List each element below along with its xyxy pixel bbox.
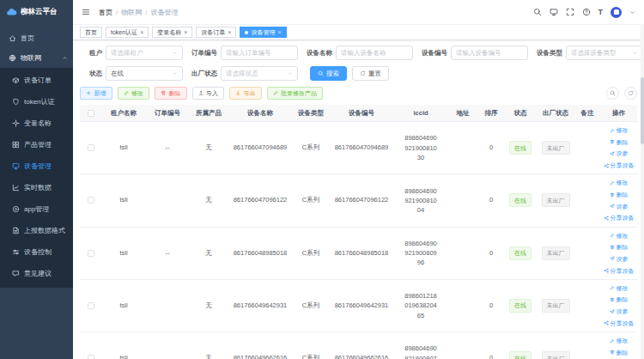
sidebar-item-home[interactable]: 首页 [0,28,73,48]
op-label: 分享设备 [611,266,635,276]
reset-button-label: 重置 [368,70,381,78]
export-button[interactable]: 导出 [229,87,262,100]
search-icon[interactable] [533,8,542,16]
edit-device-link[interactable]: 修改 [610,125,629,135]
filter-input[interactable] [451,46,528,60]
edit-device-link[interactable]: 修改 [610,178,629,187]
font-size-icon[interactable]: T [598,9,604,16]
batch-edit-product-button[interactable]: 批量修改产品 [267,87,324,100]
sidebar-item-0[interactable]: 设备订单 [0,70,73,91]
sidebar-item-6[interactable]: app管理 [0,198,73,220]
page-scrollbar[interactable] [641,24,644,359]
delete-device-link[interactable]: 删除 [610,295,629,304]
filter-input[interactable] [336,46,413,60]
delete-device-link[interactable]: 删除 [610,190,629,199]
set-params-link[interactable]: 设参 [610,307,629,316]
column-header-11: 备注 [574,108,600,119]
monitor-icon[interactable] [550,8,558,16]
sidebar-item-iot[interactable]: 物联网 [0,48,73,68]
select-all-checkbox[interactable] [88,110,94,117]
send-icon [610,204,615,209]
sidebar-toggle-icon[interactable] [82,8,90,16]
import-button[interactable]: 导入 [192,87,225,100]
filter-label: 设备名称 [307,49,332,58]
tab-1[interactable]: token认证× [106,27,149,38]
row-checkbox[interactable] [88,197,94,204]
edit-device-link[interactable]: 修改 [610,283,629,293]
edit-icon [610,180,615,186]
sidebar-item-9[interactable]: 意见建议 [0,263,73,284]
toolbar-button-label: 删除 [169,89,181,98]
report-icon [12,227,20,234]
iccid-line: 04 [394,205,447,215]
share-device-link[interactable]: 分享设备 [604,266,635,276]
filter-label: 设备编号 [422,49,447,58]
edit-button[interactable]: 修改 [118,87,150,100]
share-device-link[interactable]: 分享设备 [604,161,635,170]
filter-select[interactable]: 请选择设备类型 [566,46,643,60]
edit-device-link[interactable]: 修改 [610,231,629,240]
cell-iccid: 89860469092190080996 [394,239,447,268]
op-label: 设参 [617,307,629,316]
filter-field-row2-1: 出厂状态请选择状态 [183,66,298,81]
delete-button[interactable]: 删除 [155,87,187,100]
user-avatar[interactable] [611,7,622,18]
filter-select[interactable]: 在线 [106,66,183,81]
status-badge: 在线 [509,193,532,207]
set-params-link[interactable]: 设参 [610,149,629,158]
row-checkbox[interactable] [88,144,94,151]
filter-select[interactable]: 请选择状态 [221,66,298,81]
tab-2[interactable]: 变量名称× [152,27,192,38]
op-label: 修改 [617,178,629,187]
sidebar-item-8[interactable]: 设备控制 [0,241,73,263]
fullscreen-icon[interactable] [566,8,574,16]
sidebar-item-label: 设备订单 [24,76,52,85]
share-device-link[interactable]: 分享设备 [604,213,635,222]
sidebar-item-2[interactable]: 变量名称 [0,113,73,134]
order-icon [12,76,20,84]
sidebar-item-4[interactable]: 设备管理 [0,155,73,177]
close-icon[interactable]: × [184,29,187,35]
page-content: 租户请选择租户订单编号设备名称设备编号设备类型请选择设备类型 状态在线出厂状态请… [73,40,644,359]
sidebar-item-7[interactable]: 上报数据格式 [0,220,73,241]
upload-icon [198,90,204,96]
filter-input[interactable] [221,46,298,60]
delete-device-link[interactable]: 删除 [610,242,629,252]
edit-device-link[interactable]: 修改 [610,336,629,345]
scrollbar-thumb[interactable] [641,77,644,144]
sidebar-item-5[interactable]: 实时数据 [0,177,73,198]
cell-iccid: 89860469092190080763 [394,344,447,359]
reset-button[interactable]: 重置 [352,66,389,81]
logo: 柳林云平台 [0,0,73,24]
search-toggle-button[interactable] [606,87,619,100]
tab-4[interactable]: 设备管理× [240,27,286,38]
help-icon[interactable] [582,8,591,16]
breadcrumb-home[interactable]: 首页 [99,8,112,17]
refresh-button[interactable] [624,87,637,100]
tab-3[interactable]: 设备订单× [196,27,236,38]
add-button[interactable]: 新增 [80,87,112,100]
close-icon[interactable]: × [140,29,143,35]
caret-down-icon [172,70,178,76]
filter-select[interactable]: 请选择租户 [106,46,183,60]
share-device-link[interactable]: 分享设备 [604,319,635,328]
op-label: 删除 [617,295,629,304]
sidebar-item-1[interactable]: token认证 [0,91,73,113]
delete-device-link[interactable]: 删除 [610,348,629,357]
send-icon [610,256,615,261]
delete-device-link[interactable]: 删除 [610,137,629,147]
search-button[interactable]: 搜索 [310,66,347,81]
set-params-link[interactable]: 设参 [610,254,629,264]
caret-down-icon[interactable] [629,9,635,15]
row-checkbox[interactable] [88,302,94,309]
sidebar-item-label: 设备控制 [24,247,52,257]
header-checkbox-cell [80,108,102,119]
row-checkbox[interactable] [88,355,94,359]
toolbar-button-label: 新增 [94,89,106,98]
sidebar-item-3[interactable]: 产品管理 [0,134,73,155]
close-icon[interactable]: × [228,29,231,35]
row-checkbox[interactable] [88,250,94,257]
set-params-link[interactable]: 设参 [610,202,629,211]
close-icon[interactable]: × [277,29,281,35]
tab-0[interactable]: 首页 [80,27,102,38]
